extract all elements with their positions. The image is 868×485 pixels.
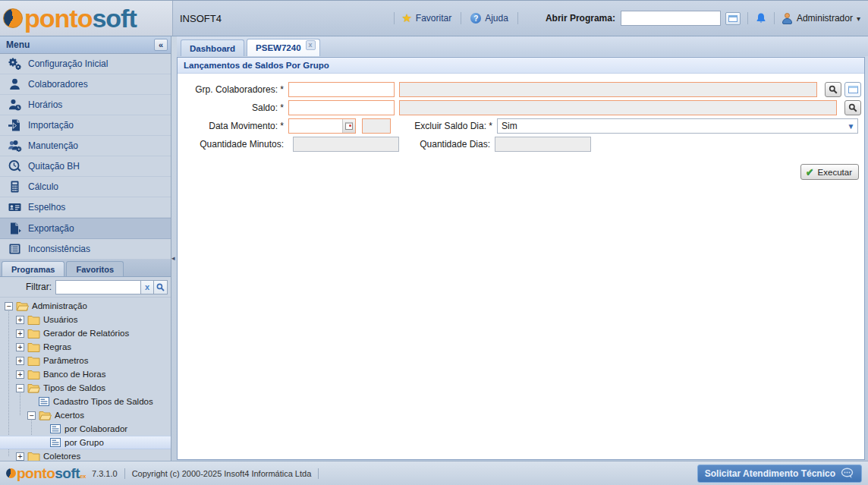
saldo-code-input[interactable] <box>288 100 395 115</box>
folder-icon <box>27 451 40 461</box>
tab-label: Dashboard <box>190 44 235 53</box>
search-icon <box>156 283 165 291</box>
calendar-icon <box>345 122 353 130</box>
tree-node-gerador-de-relatorios[interactable]: + Gerador de Relatórios <box>0 326 171 340</box>
tab-label: PSEW7240 <box>256 43 300 52</box>
open-program-window-button[interactable] <box>725 12 741 25</box>
sidebar-item-calculo[interactable]: Cálculo <box>0 177 171 197</box>
tree-node-usuarios[interactable]: + Usuários <box>0 313 171 326</box>
program-icon <box>37 396 50 407</box>
filter-search-button[interactable] <box>154 280 168 294</box>
clock-edit-icon <box>8 159 22 173</box>
tree-node-regras[interactable]: + Regras <box>0 340 171 354</box>
sidebar-item-label: Cálculo <box>28 181 58 192</box>
tab-favoritos[interactable]: Favoritos <box>66 261 124 276</box>
sidebar-item-importacao[interactable]: Importação <box>0 115 171 136</box>
sidebar-item-quitacao-bh[interactable]: Quitação BH <box>0 156 171 177</box>
user-menu[interactable]: Administrador ▾ <box>782 13 860 24</box>
sidebar-item-label: Manutenção <box>28 140 78 151</box>
favorite-label: Favoritar <box>416 13 451 24</box>
help-button[interactable]: ? Ajuda <box>470 13 508 24</box>
tab-psew7240[interactable]: PSEW7240 x <box>247 39 319 56</box>
header-separator <box>747 12 748 24</box>
expand-node-icon[interactable]: + <box>16 343 24 351</box>
tree-node-tipos-de-saldos[interactable]: − Tipos de Saldos <box>0 381 171 395</box>
version-label: 7.3.1.0 <box>92 469 118 478</box>
support-request-button[interactable]: Solicitar Atendimento Técnico <box>697 465 862 483</box>
quantidade-dias-field <box>495 137 591 152</box>
collapse-node-icon[interactable]: − <box>5 302 13 310</box>
collapse-sidebar-button[interactable]: « <box>154 39 168 51</box>
splitter-collapse-arrow-icon[interactable]: ◂ <box>171 254 175 262</box>
grp-colaboradores-browse-button[interactable] <box>844 82 861 97</box>
open-program-input[interactable] <box>621 11 721 26</box>
tree-node-por-grupo-selected[interactable]: por Grupo <box>0 436 171 449</box>
tree-node-coletores[interactable]: + Coletores <box>0 449 171 461</box>
sidebar-item-colaboradores[interactable]: Colaboradores <box>0 74 171 95</box>
excluir-saldo-dia-select[interactable]: Sim ▼ <box>497 118 858 134</box>
saldo-search-button[interactable] <box>844 100 861 115</box>
open-program-label: Abrir Programa: <box>546 13 615 24</box>
expand-node-icon[interactable]: + <box>16 329 24 338</box>
header-separator <box>774 12 775 24</box>
grp-colaboradores-label: Grp. Colaboradores: * <box>178 84 288 95</box>
tree-node-label: Acertos <box>55 411 84 420</box>
form-area: Grp. Colaboradores: * <box>178 74 864 459</box>
sidebar-item-horarios[interactable]: Horários <box>0 95 171 115</box>
filter-input[interactable] <box>55 280 140 294</box>
expand-node-icon[interactable]: + <box>16 357 24 365</box>
program-tree: − Administração + Usuários + Gerador de … <box>0 298 171 461</box>
tree-node-banco-de-horas[interactable]: + Banco de Horas <box>0 367 171 381</box>
sidebar-item-espelhos[interactable]: Espelhos <box>0 197 171 218</box>
sidebar-item-manutencao[interactable]: Manutenção <box>0 136 171 156</box>
tree-node-label: Usuários <box>43 315 77 324</box>
data-movimento-input[interactable] <box>289 119 342 133</box>
tree-node-label: Cadastro Tipos de Saldos <box>53 397 153 406</box>
collapse-node-icon[interactable]: − <box>16 384 24 392</box>
tab-programas[interactable]: Programas <box>2 261 64 276</box>
tree-node-parametros[interactable]: + Parâmetros <box>0 354 171 367</box>
folder-icon <box>27 355 40 366</box>
footer-pontosoft-logo: ponto soft ex <box>6 465 86 482</box>
sidebar-item-exportacao[interactable]: Exportação <box>0 218 171 239</box>
tab-dashboard[interactable]: Dashboard <box>181 39 244 56</box>
sidebar-splitter[interactable]: ◂ <box>171 36 177 461</box>
sidebar-item-label: Horários <box>28 99 62 110</box>
tree-node-acertos[interactable]: − Acertos <box>0 408 171 422</box>
footer: ponto soft ex 7.3.1.0 Copyright (c) 2000… <box>0 461 868 485</box>
logo-panel: ponto soft <box>0 1 173 36</box>
favorite-button[interactable]: ★ Favoritar <box>401 11 451 25</box>
sidebar-item-configuracao-inicial[interactable]: Configuração Inicial <box>0 54 171 74</box>
chevron-down-icon[interactable]: ▼ <box>844 119 857 133</box>
filter-clear-button[interactable]: x <box>140 280 154 294</box>
menu-list: Configuração Inicial Colaboradores Horár… <box>0 54 171 260</box>
expand-node-icon[interactable]: + <box>16 370 24 379</box>
id-card-icon <box>8 200 22 214</box>
tree-node-por-colaborador[interactable]: por Colaborador <box>0 422 171 436</box>
main-tabstrip: Dashboard PSEW7240 x <box>177 36 868 56</box>
support-button-label: Solicitar Atendimento Técnico <box>705 468 835 479</box>
logo-text-soft: soft <box>55 465 80 482</box>
pontosoft-logo: ponto soft <box>3 4 137 33</box>
sidebar-item-inconsistencias[interactable]: Inconsistências <box>0 239 171 260</box>
tree-node-cadastro-tipos-de-saldos[interactable]: Cadastro Tipos de Saldos <box>0 395 171 408</box>
tree-node-administracao[interactable]: − Administração <box>0 299 171 313</box>
grp-colaboradores-search-button[interactable] <box>825 82 841 97</box>
close-tab-icon[interactable]: x <box>306 40 316 50</box>
notifications-bell-icon[interactable] <box>755 12 767 24</box>
sidebar-item-label: Configuração Inicial <box>28 58 108 69</box>
expand-node-icon[interactable]: + <box>16 316 24 324</box>
clear-icon: x <box>145 282 149 291</box>
executar-button[interactable]: ✔ Executar <box>800 164 859 180</box>
chat-bubble-icon <box>841 468 854 479</box>
expand-node-icon[interactable]: + <box>16 452 24 461</box>
data-movimento-label: Data Movimento: * <box>178 121 288 131</box>
quantidade-minutos-label: Quantidade Minutos: <box>178 139 288 150</box>
logo-text-ex: ex <box>80 473 86 480</box>
open-folder-icon <box>16 301 29 311</box>
gears-icon <box>8 57 22 71</box>
grp-colaboradores-code-input[interactable] <box>288 82 395 97</box>
date-picker-button[interactable] <box>342 119 355 133</box>
person-icon <box>8 77 22 91</box>
collapse-node-icon[interactable]: − <box>27 411 36 420</box>
